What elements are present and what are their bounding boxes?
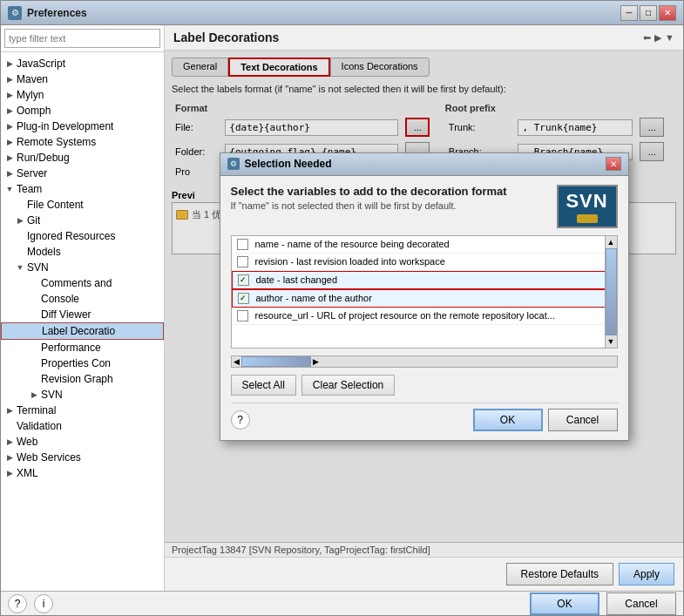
list-item-revision[interactable]: revision - last revision loaded into wor… (232, 254, 617, 271)
sidebar-item-git[interactable]: ▶Git (1, 213, 164, 228)
sidebar-item-revision[interactable]: Revision Graph (1, 371, 164, 387)
list-item-resource-url[interactable]: resource_url - URL of project resource o… (232, 308, 617, 325)
sidebar-item-diff[interactable]: Diff Viewer (1, 307, 164, 322)
scroll-thumb-h[interactable] (241, 356, 311, 367)
window-title: Preferences (27, 7, 620, 19)
sidebar-item-javascript[interactable]: ▶JavaScript (1, 56, 164, 71)
scroll-right-icon[interactable]: ▶ (313, 357, 319, 366)
sidebar-item-file-content[interactable]: File Content (1, 197, 164, 213)
sidebar-item-maven[interactable]: ▶Maven (1, 71, 164, 87)
select-buttons: Select All Clear Selection (231, 375, 618, 396)
minimize-button[interactable]: ─ (620, 5, 638, 21)
sidebar-item-properties[interactable]: Properties Con (1, 355, 164, 371)
modal-subtext: If "name" is not selected then it will b… (231, 200, 507, 211)
restore-defaults-button[interactable]: Restore Defaults (506, 563, 613, 586)
sidebar-item-performance[interactable]: Performance (1, 340, 164, 355)
main-content: ▶JavaScript ▶Maven ▶Mylyn ▶Oomph ▶Plug-i… (1, 25, 683, 591)
arrow-icon (29, 294, 39, 304)
arrow-icon (29, 374, 39, 384)
svn-logo: SVN (557, 185, 618, 228)
sidebar-item-console[interactable]: Console (1, 291, 164, 307)
maximize-button[interactable]: □ (640, 5, 657, 21)
arrow-icon: ▶ (4, 452, 15, 463)
scroll-thumb[interactable] (606, 248, 617, 335)
sidebar-item-svn[interactable]: ▼SVN (1, 260, 164, 275)
arrow-icon: ▼ (4, 184, 15, 194)
list-item-name[interactable]: name - name of the resource being decora… (232, 236, 617, 254)
info-button[interactable]: i (34, 594, 53, 613)
horizontal-scrollbar[interactable]: ◀ ▶ (231, 355, 618, 368)
title-bar: ⚙ Preferences ─ □ ✕ (1, 1, 683, 25)
sidebar-item-comments[interactable]: Comments and (1, 275, 164, 291)
scrollbar[interactable]: ▲ ▼ (605, 236, 617, 348)
sidebar-item-web[interactable]: ▶Web (1, 434, 164, 450)
sidebar-item-mylyn[interactable]: ▶Mylyn (1, 87, 164, 103)
checkbox-resource-url[interactable] (237, 310, 248, 322)
scroll-down-icon[interactable]: ▼ (607, 337, 615, 346)
sidebar-item-rundebug[interactable]: ▶Run/Debug (1, 150, 164, 166)
arrow-icon (4, 421, 15, 431)
close-button[interactable]: ✕ (659, 5, 676, 21)
modal-cancel-button[interactable]: Cancel (548, 409, 618, 431)
svn-logo-chip (577, 214, 598, 223)
sidebar: ▶JavaScript ▶Maven ▶Mylyn ▶Oomph ▶Plug-i… (1, 25, 165, 591)
arrow-icon (15, 231, 25, 241)
sidebar-item-validation[interactable]: Validation (1, 418, 164, 434)
sidebar-item-team[interactable]: ▼Team (1, 181, 164, 197)
panel-title: Label Decorations (173, 30, 279, 44)
back-icon[interactable]: ⬅ (643, 32, 651, 44)
sidebar-item-models[interactable]: Models (1, 244, 164, 260)
modal-heading-area: Select the variables to add to the decor… (231, 185, 507, 211)
checkbox-author[interactable]: ✓ (238, 293, 249, 304)
arrow-icon: ▶ (4, 137, 15, 147)
modal-help-button[interactable]: ? (231, 410, 250, 430)
panel-header: Label Decorations ⬅ ▶ ▼ (165, 25, 683, 51)
sidebar-item-svn2[interactable]: ▶SVN (1, 387, 164, 403)
clear-selection-button[interactable]: Clear Selection (301, 375, 395, 396)
help-button[interactable]: ? (8, 594, 27, 613)
arrow-icon (30, 326, 40, 336)
arrow-icon: ▶ (4, 405, 15, 416)
checkbox-revision[interactable] (237, 256, 248, 267)
sidebar-item-oomph[interactable]: ▶Oomph (1, 103, 164, 118)
sidebar-item-server[interactable]: ▶Server (1, 166, 164, 181)
cancel-button[interactable]: Cancel (606, 592, 676, 615)
forward-icon[interactable]: ▶ (654, 32, 661, 44)
bottom-toolbar: ? i OK Cancel (1, 591, 683, 615)
sidebar-item-xml[interactable]: ▶XML (1, 465, 164, 481)
ok-button[interactable]: OK (530, 592, 599, 615)
sidebar-item-webservices[interactable]: ▶Web Services (1, 450, 164, 465)
sidebar-item-ignored[interactable]: Ignored Resources (1, 228, 164, 244)
list-item-date[interactable]: ✓ date - last changed (232, 271, 617, 289)
modal-close-button[interactable]: ✕ (606, 157, 621, 171)
arrow-icon (29, 278, 39, 288)
modal-overlay: ⚙ Selection Needed ✕ Select the variable… (165, 51, 683, 542)
arrow-icon: ▶ (4, 58, 15, 69)
right-panel: Label Decorations ⬅ ▶ ▼ General Text Dec… (165, 25, 683, 591)
sidebar-item-terminal[interactable]: ▶Terminal (1, 403, 164, 418)
select-all-button[interactable]: Select All (231, 375, 296, 396)
modal-ok-button[interactable]: OK (473, 409, 543, 431)
checkbox-name[interactable] (237, 239, 248, 250)
window-controls: ─ □ ✕ (620, 5, 676, 21)
apply-button[interactable]: Apply (619, 563, 674, 586)
checkbox-date[interactable]: ✓ (238, 274, 249, 286)
modal-title-bar: ⚙ Selection Needed ✕ (220, 153, 628, 176)
sidebar-item-plugin[interactable]: ▶Plug-in Development (1, 118, 164, 134)
sidebar-item-remote[interactable]: ▶Remote Systems (1, 134, 164, 150)
sidebar-item-label-deco[interactable]: Label Decoratio (1, 322, 164, 340)
filter-box (1, 25, 164, 52)
listbox[interactable]: name - name of the resource being decora… (231, 235, 618, 349)
filter-input[interactable] (4, 29, 160, 48)
arrow-icon (15, 200, 25, 210)
modal-footer: ? OK Cancel (231, 403, 618, 431)
arrow-icon: ▶ (4, 105, 15, 116)
modal-dialog: ⚙ Selection Needed ✕ Select the variable… (220, 152, 629, 441)
scroll-left-icon[interactable]: ◀ (234, 357, 240, 366)
arrow-icon (29, 342, 39, 353)
arrow-icon (29, 309, 39, 320)
list-item-author[interactable]: ✓ author - name of the author (232, 289, 617, 308)
main-window: ⚙ Preferences ─ □ ✕ ▶JavaScript ▶Maven ▶… (0, 0, 684, 616)
scroll-up-icon[interactable]: ▲ (607, 238, 615, 247)
dropdown-icon[interactable]: ▼ (665, 32, 674, 43)
